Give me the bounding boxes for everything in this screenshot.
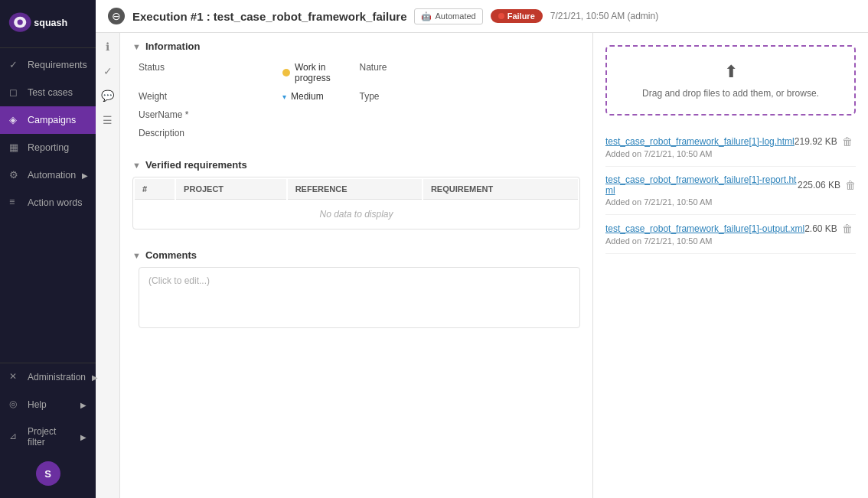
requirements-table: # PROJECT REFERENCE REQUIREMENT No data … (132, 177, 580, 229)
status-dot (282, 69, 290, 76)
action-words-icon: ≡ (9, 197, 21, 209)
nature-label: Nature (360, 58, 498, 87)
sidebar-item-label: Requirements (28, 60, 87, 70)
file-dropzone[interactable]: ⬆ Drag and drop files to add them, or br… (605, 45, 856, 116)
empty-value (498, 106, 581, 124)
table-row-no-data: No data to display (135, 201, 578, 227)
file-item-2: test_case_robot_framework_failure[1]-out… (605, 215, 856, 254)
description-label: Description (139, 124, 276, 142)
file-list: test_case_robot_framework_failure[1]-log… (605, 128, 856, 254)
content-wrapper: ℹ ✓ 💬 ☰ ▼ Information Status Work in pro… (96, 33, 868, 498)
sidebar-item-action-words[interactable]: ≡ Action words (0, 189, 96, 216)
comments-placeholder: (Click to edit...) (148, 275, 210, 286)
test-cases-icon: ◻ (9, 86, 21, 99)
check-icon[interactable]: ✓ (100, 63, 116, 79)
delete-btn-2[interactable]: 🗑 (842, 223, 853, 235)
comments-editor[interactable]: (Click to edit...) (139, 267, 580, 328)
sidebar-item-test-cases[interactable]: ◻ Test cases (0, 79, 96, 106)
requirements-icon: ✓ (9, 59, 21, 71)
status-value: Work in progress (276, 58, 360, 87)
weight-value: ▾ Medium (276, 87, 360, 106)
comments-section-header[interactable]: ▼ Comments (120, 242, 592, 267)
file-meta-2: Added on 7/21/21, 10:50 AM (605, 236, 856, 246)
username-value (276, 106, 360, 124)
status-text: Work in progress (295, 62, 354, 83)
main-content: ⊖ Execution #1 : test_case_robot_framewo… (96, 0, 868, 498)
comments-label: Comments (145, 249, 197, 261)
sidebar-item-administration[interactable]: ✕ Administration ▶ (0, 363, 96, 391)
chevron-icon: ▼ (132, 42, 141, 51)
campaigns-icon: ◈ (9, 114, 21, 126)
sidebar-item-reporting[interactable]: ▦ Reporting (0, 134, 96, 161)
file-name-0[interactable]: test_case_robot_framework_failure[1]-log… (605, 136, 795, 147)
col-reference: REFERENCE (288, 179, 422, 200)
file-size-2: 2.60 KB (804, 223, 837, 234)
file-meta-1: Added on 7/21/21, 10:50 AM (605, 197, 856, 207)
help-icon: ◎ (9, 399, 21, 411)
sidebar-item-label: Administration (28, 372, 86, 382)
delete-btn-1[interactable]: 🗑 (845, 179, 856, 191)
back-button[interactable]: ⊖ (108, 8, 125, 24)
failure-badge: Failure (491, 9, 543, 23)
empty-label (360, 106, 498, 124)
verified-req-label: Verified requirements (145, 159, 247, 171)
col-requirement: REQUIREMENT (423, 179, 578, 200)
file-meta-0: Added on 7/21/21, 10:50 AM (605, 149, 856, 158)
arrow-icon: ▶ (80, 401, 86, 409)
no-data-text: No data to display (319, 209, 393, 220)
automated-badge: 🤖 Automated (414, 8, 482, 24)
weight-label: Weight (139, 87, 276, 106)
file-info-2: test_case_robot_framework_failure[1]-out… (605, 223, 856, 246)
svg-text:squash: squash (34, 18, 67, 28)
sidebar-item-automation[interactable]: ⚙ Automation ▶ (0, 161, 96, 189)
type-value (498, 87, 581, 106)
upload-icon: ⬆ (622, 62, 839, 82)
file-name-1[interactable]: test_case_robot_framework_failure[1]-rep… (605, 174, 798, 196)
sidebar-item-label: Campaigns (28, 115, 76, 125)
info-grid: Status Work in progress Nature Weight ▾ … (120, 58, 592, 151)
user-avatar[interactable]: S (36, 461, 60, 486)
sidebar-item-label: Reporting (28, 142, 69, 153)
sidebar: squash ✓ Requirements ◻ Test cases ◈ Cam… (0, 0, 96, 498)
sidebar-nav: ✓ Requirements ◻ Test cases ◈ Campaigns … (0, 48, 96, 363)
arrow-icon: ▶ (80, 433, 86, 441)
information-section-header[interactable]: ▼ Information (120, 33, 592, 58)
sidebar-bottom: ✕ Administration ▶ ◎ Help ▶ ⊿ Project fi… (0, 363, 96, 498)
type-label: Type (360, 87, 498, 106)
file-size-0: 219.92 KB (795, 136, 837, 147)
administration-icon: ✕ (9, 371, 21, 383)
failure-dot (498, 13, 504, 19)
delete-btn-0[interactable]: 🗑 (842, 135, 853, 148)
content-area: ▼ Information Status Work in progress Na… (120, 33, 592, 498)
verified-req-section-header[interactable]: ▼ Verified requirements (120, 151, 592, 177)
file-name-2[interactable]: test_case_robot_framework_failure[1]-out… (605, 223, 804, 234)
dropzone-text: Drag and drop files to add them, or brow… (622, 88, 839, 99)
file-info-1: test_case_robot_framework_failure[1]-rep… (605, 174, 856, 207)
chevron-icon: ▼ (132, 251, 141, 260)
arrow-icon: ▶ (92, 373, 98, 382)
sidebar-item-project-filter[interactable]: ⊿ Project filter ▶ (0, 418, 96, 455)
logo: squash (0, 0, 96, 48)
file-item-1: test_case_robot_framework_failure[1]-rep… (605, 167, 856, 215)
sidebar-item-campaigns[interactable]: ◈ Campaigns (0, 106, 96, 134)
project-filter-icon: ⊿ (9, 431, 21, 443)
failure-label: Failure (507, 11, 535, 21)
information-label: Information (145, 41, 201, 52)
robot-icon: 🤖 (421, 11, 432, 21)
file-size-1: 225.06 KB (798, 180, 840, 190)
comment-icon[interactable]: 💬 (100, 88, 116, 103)
chevron-down-icon: ▾ (282, 93, 286, 101)
svg-point-2 (18, 19, 23, 24)
sidebar-item-help[interactable]: ◎ Help ▶ (0, 391, 96, 418)
sidebar-item-label: Project filter (28, 426, 74, 448)
list-icon[interactable]: ☰ (100, 112, 116, 128)
file-item-0: test_case_robot_framework_failure[1]-log… (605, 128, 856, 167)
reporting-icon: ▦ (9, 142, 21, 154)
chevron-icon: ▼ (132, 161, 141, 170)
description-value (276, 124, 360, 142)
status-label: Status (139, 58, 276, 87)
username-label: UserName * (139, 106, 276, 124)
info-icon[interactable]: ℹ (100, 39, 116, 54)
sidebar-item-requirements[interactable]: ✓ Requirements (0, 51, 96, 79)
weight-text: Medium (291, 91, 324, 102)
